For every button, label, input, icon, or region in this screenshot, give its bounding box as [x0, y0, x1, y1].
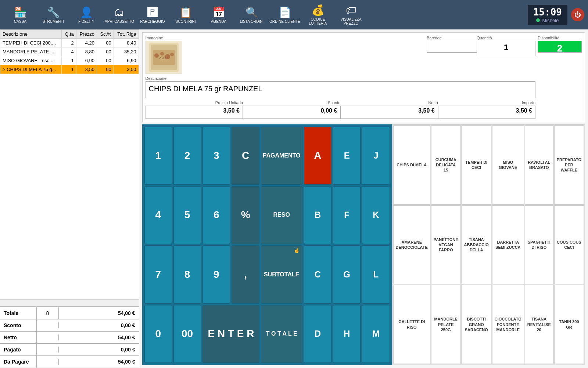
netto-value: 54,00 €	[59, 332, 139, 343]
table-row[interactable]: MANDORLE PELATE ... 4 8,80 00 35,20	[0, 47, 139, 56]
num-comma-button[interactable]: ,	[232, 245, 259, 304]
enter-button[interactable]: E N T E R	[202, 305, 259, 363]
col-tot: Tot. Riga	[114, 30, 139, 39]
product-biscotti-grano[interactable]: BISCOTTI GRANO SARACENO	[462, 285, 491, 364]
row-price: 8,80	[76, 47, 97, 56]
toolbar-strumenti[interactable]: 🔧 STRUMENTI	[37, 2, 70, 28]
num-7-button[interactable]: 7	[144, 245, 172, 304]
product-ravioli-brasato[interactable]: RAVIOLI AL BRASATO	[525, 125, 553, 205]
reso-button[interactable]: RESO	[261, 186, 302, 244]
num-5-button[interactable]: 5	[173, 186, 201, 244]
signal-dot	[536, 18, 540, 22]
svg-point-7	[170, 53, 174, 56]
qty-value: 1	[477, 41, 535, 56]
num-k-button[interactable]: K	[362, 186, 390, 244]
table-row[interactable]: MISO GIOVANE - riso ... 1 6,90 00 6,90	[0, 56, 139, 65]
num-0-button[interactable]: 0	[144, 305, 172, 363]
product-barretta-semi[interactable]: BARRETTA SEMI ZUCCA	[492, 205, 524, 284]
pagamento-button[interactable]: PAGAMENTO	[261, 127, 302, 185]
product-tisana-revitalise[interactable]: TISANA REVITALISE 20	[525, 285, 553, 364]
num-a-button[interactable]: A	[304, 127, 331, 185]
product-tahin[interactable]: TAHIN 300 GR	[554, 285, 584, 364]
scontrini-label: SCONTRINI	[176, 20, 196, 24]
importo-label: Importo	[438, 100, 535, 105]
desc-group: Descrizione CHIPS DI MELA 75 gr RAPUNZEL	[146, 76, 535, 98]
fidelity-label: FIDELITY	[78, 20, 94, 24]
product-panettone-vegan[interactable]: PANETTONE VEGAN FARRO	[431, 205, 461, 284]
product-cous-cous-ceci[interactable]: COUS COUS CECI	[554, 205, 584, 284]
num-00-button[interactable]: 00	[173, 305, 201, 363]
product-image: CHIPS	[146, 41, 182, 74]
num-9-button[interactable]: 9	[202, 245, 230, 304]
toolbar-codice-lotteria[interactable]: 💰 CODICE LOTTERIA	[301, 2, 334, 28]
qty-group: Quantità 1	[477, 36, 535, 56]
toolbar-scontrini[interactable]: 📋 SCONTRINI	[169, 2, 202, 28]
sconto-label-pi: Sconto	[243, 100, 340, 105]
power-button[interactable]: ⏻	[571, 8, 584, 21]
col-qty: Q.ta	[62, 30, 76, 39]
product-miso-giovane[interactable]: MISO GIOVANE	[492, 125, 524, 205]
product-spaghetti-riso[interactable]: SPAGHETTI DI RISO	[525, 205, 553, 284]
agenda-label: AGENDA	[211, 20, 226, 24]
toolbar-parcheggio[interactable]: 🅿 PARCHEGGIO	[136, 2, 169, 28]
num-c-button[interactable]: C	[232, 127, 259, 185]
sconto-value-pi: 0,00 €	[243, 106, 340, 119]
row-qty: 1	[62, 56, 76, 65]
toolbar-apri-cassetto[interactable]: 🗂 APRI CASSETTO	[103, 2, 136, 28]
product-curcuma-delicata[interactable]: CURCUMA DELICATA 15	[431, 125, 461, 205]
row-total: 35,20	[114, 47, 139, 56]
num-3-button[interactable]: 3	[202, 127, 230, 185]
num-m-button[interactable]: M	[362, 305, 390, 363]
num-8-button[interactable]: 8	[173, 245, 201, 304]
da-pagare-value: 54,00 €	[59, 356, 139, 368]
lista-ordini-label: LISTA ORDINI	[240, 20, 263, 24]
toolbar-agenda[interactable]: 📅 AGENDA	[202, 2, 235, 28]
num-4-button[interactable]: 4	[144, 186, 172, 244]
toolbar-cassa[interactable]: 🏪 CASSA	[4, 2, 37, 28]
num-2-button[interactable]: 2	[173, 127, 201, 185]
cassa-icon: 🏪	[14, 6, 27, 18]
num-h-button[interactable]: H	[333, 305, 361, 363]
num-d-button[interactable]: D	[304, 305, 331, 363]
table-row[interactable]: > CHIPS DI MELA 75 g... 1 3,50 00 3,50	[0, 65, 139, 74]
toolbar-visualizza-prezzo[interactable]: 🏷 VISUALIZZA PREZZO	[334, 2, 368, 28]
image-group: Immagine CHIPS	[146, 36, 424, 74]
product-cioccolato-fondente[interactable]: CIOCCOLATO FONDENTE MANDORLE	[492, 285, 524, 364]
product-gallette-riso[interactable]: GALLETTE DI RISO	[393, 285, 430, 364]
apri-cassetto-label: APRI CASSETTO	[105, 20, 134, 24]
num-l-button[interactable]: L	[362, 245, 390, 304]
toolbar-fidelity[interactable]: 👤 FIDELITY	[70, 2, 103, 28]
ordine-cliente-label: ORDINE CLIENTE	[269, 20, 300, 24]
col-sc: Sc.%	[97, 30, 114, 39]
product-mandorle-pelate[interactable]: MANDORLE PELATE 250G	[431, 285, 461, 364]
qty-label: Quantità	[477, 36, 535, 40]
toolbar-lista-ordini[interactable]: 🔍 LISTA ORDINI	[235, 2, 268, 28]
subtotale-button[interactable]: ☝ SUBTOTALE	[261, 245, 302, 304]
table-row[interactable]: TEMPEH DI CECI 200.... 2 4,20 00 8,40	[0, 39, 139, 47]
num-pct-button[interactable]: %	[232, 186, 259, 244]
fidelity-icon: 👤	[80, 6, 93, 18]
num-c2-button[interactable]: C	[304, 245, 331, 304]
product-tisana-abbraccio[interactable]: TISANA ABBRACCIO DELLA	[462, 205, 491, 284]
product-tempeh-di-ceci[interactable]: TEMPEH DI CECI	[462, 125, 491, 205]
row-sc: 00	[97, 47, 114, 56]
totale-button[interactable]: T O T A L E	[261, 305, 302, 363]
row-sc: 00	[97, 56, 114, 65]
lista-ordini-icon: 🔍	[245, 6, 258, 18]
row-sc: 00	[97, 65, 114, 74]
num-6-button[interactable]: 6	[202, 186, 230, 244]
num-b-button[interactable]: B	[304, 186, 331, 244]
pagato-value: 0,00 €	[59, 344, 139, 355]
num-j-button[interactable]: J	[362, 127, 390, 185]
num-g-button[interactable]: G	[333, 245, 361, 304]
product-amarene[interactable]: AMARENE DENOCCIOLATE	[393, 205, 430, 284]
main-layout: Descrizione Q.ta Prezzo Sc.% Tot. Riga T…	[0, 29, 588, 368]
num-f-button[interactable]: F	[333, 186, 361, 244]
num-e-button[interactable]: E	[333, 127, 361, 185]
svg-point-6	[165, 54, 170, 59]
row-qty: 2	[62, 39, 76, 47]
product-preparato-waffle[interactable]: PREPARATO PER WAFFLE	[554, 125, 584, 205]
product-chips-di-mela[interactable]: CHIPS DI MELA	[393, 125, 430, 205]
toolbar-ordine-cliente[interactable]: 📄 ORDINE CLIENTE	[268, 2, 301, 28]
num-1-button[interactable]: 1	[144, 127, 172, 185]
